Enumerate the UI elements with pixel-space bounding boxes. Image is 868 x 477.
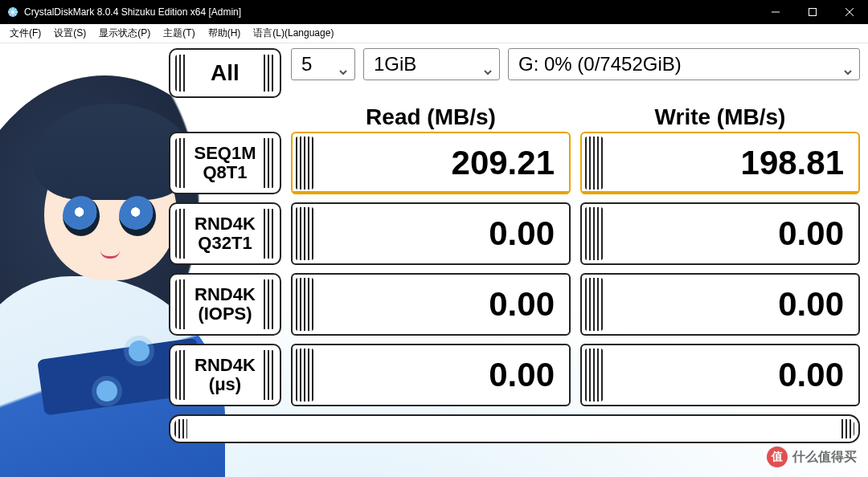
menubar: 文件(F) 设置(S) 显示状态(P) 主题(T) 帮助(H) 语言(L)(La… [0,24,868,43]
menu-display[interactable]: 显示状态(P) [92,24,157,43]
read-value: 0.00 [489,356,555,394]
status-bar [169,414,860,443]
bench-row: RND4K(μs)0.000.00 [169,344,860,406]
cell-grip-icon [585,278,603,331]
app-icon [6,6,19,18]
test-label-1: SEQ1M [194,144,256,163]
test-button[interactable]: SEQ1MQ8T1 [169,132,281,194]
test-label-1: RND4K [194,214,256,234]
drive-select[interactable]: G: 0% (0/7452GiB) [508,48,860,80]
runs-select[interactable]: 5 [291,48,355,80]
test-button[interactable]: RND4KQ32T1 [169,202,281,265]
read-value: 209.21 [452,144,555,182]
write-value: 198.81 [741,144,844,182]
run-all-button[interactable]: All [169,48,281,98]
drive-value: G: 0% (0/7452GiB) [518,53,682,75]
cell-grip-icon [296,137,313,190]
write-value: 0.00 [778,214,844,253]
header-read: Read (MB/s) [291,104,571,132]
read-cell: 0.00 [291,202,571,265]
size-select[interactable]: 1GiB [363,48,500,80]
test-label-1: RND4K [194,285,256,304]
cell-grip-icon [296,349,313,402]
write-value: 0.00 [778,285,844,324]
cell-grip-icon [296,278,313,331]
runs-value: 5 [301,53,312,75]
test-label-2: (IOPS) [198,304,252,324]
read-value: 0.00 [489,285,555,324]
bench-row: RND4K(IOPS)0.000.00 [169,273,860,336]
test-button[interactable]: RND4K(IOPS) [169,273,281,336]
cell-grip-icon [585,349,603,402]
run-all-label: All [211,60,240,86]
bench-row: RND4KQ32T10.000.00 [169,202,860,265]
write-cell: 0.00 [580,344,860,406]
menu-language[interactable]: 语言(L)(Language) [247,24,340,43]
write-cell: 0.00 [580,202,860,265]
read-cell: 209.21 [291,132,571,194]
svg-rect-1 [809,9,817,16]
bench-row: SEQ1MQ8T1209.21198.81 [169,132,860,194]
menu-theme[interactable]: 主题(T) [157,24,201,43]
menu-settings[interactable]: 设置(S) [47,24,92,43]
read-cell: 0.00 [291,344,571,406]
menu-help[interactable]: 帮助(H) [202,24,248,43]
read-value: 0.00 [489,214,555,253]
chevron-down-icon [483,59,493,69]
cell-grip-icon [585,137,603,190]
size-value: 1GiB [374,53,416,75]
write-cell: 198.81 [580,132,860,194]
test-label-1: RND4K [194,356,256,375]
test-label-2: Q8T1 [203,163,247,182]
watermark-logo-icon: 值 [767,446,788,467]
test-label-2: Q32T1 [198,234,252,253]
chevron-down-icon [338,59,348,69]
close-button[interactable] [831,0,868,24]
test-button[interactable]: RND4K(μs) [169,344,281,406]
maximize-button[interactable] [794,0,831,24]
window-title: CrystalDiskMark 8.0.4 Shizuku Edition x6… [24,6,757,18]
titlebar: CrystalDiskMark 8.0.4 Shizuku Edition x6… [0,0,868,24]
write-value: 0.00 [778,356,844,394]
write-cell: 0.00 [580,273,860,336]
minimize-button[interactable] [757,0,794,24]
watermark-text: 什么值得买 [792,449,857,466]
chevron-down-icon [843,59,853,69]
read-cell: 0.00 [291,273,571,336]
watermark: 值 什么值得买 [767,446,857,467]
menu-file[interactable]: 文件(F) [3,24,47,43]
header-write: Write (MB/s) [580,104,860,132]
test-label-2: (μs) [209,375,241,394]
cell-grip-icon [585,207,603,260]
cell-grip-icon [296,207,313,260]
